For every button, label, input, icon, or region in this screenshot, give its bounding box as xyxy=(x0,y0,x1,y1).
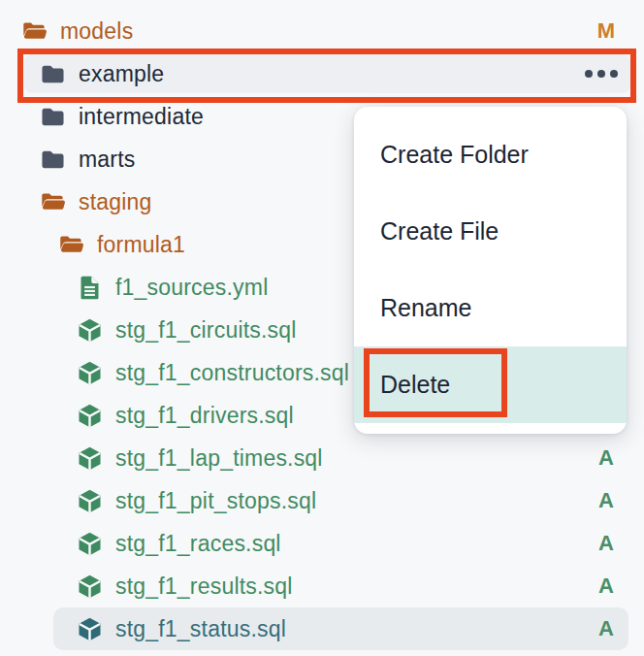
cube-icon xyxy=(77,403,103,429)
file-doc-icon xyxy=(77,275,103,301)
git-status-badge: M xyxy=(593,18,620,44)
menu-item-label: Create File xyxy=(380,217,499,246)
menu-item-create-file[interactable]: Create File xyxy=(354,193,627,270)
menu-item-delete[interactable]: Delete xyxy=(354,346,627,423)
context-menu: Create Folder Create File Rename Delete xyxy=(354,107,627,434)
tree-item-label: stg_f1_circuits.sql xyxy=(115,317,297,344)
cube-icon xyxy=(77,616,103,642)
tree-item-label: staging xyxy=(79,189,152,215)
tree-item-label: stg_f1_results.sql xyxy=(115,574,293,600)
tree-item-label: stg_f1_constructors.sql xyxy=(115,360,349,386)
cube-icon xyxy=(77,445,103,472)
folder-open-icon xyxy=(40,189,66,215)
cube-icon xyxy=(77,574,103,600)
git-status-badge: A xyxy=(593,531,620,556)
tree-row[interactable]: stg_f1_results.sqlA xyxy=(0,565,644,607)
git-status-badge: A xyxy=(593,445,620,471)
folder-closed-icon xyxy=(40,61,66,87)
tree-row[interactable]: stg_f1_pit_stops.sqlA xyxy=(0,479,644,522)
menu-item-rename[interactable]: Rename xyxy=(354,270,627,346)
tree-item-label: stg_f1_races.sql xyxy=(115,531,281,557)
tree-row[interactable]: example xyxy=(0,52,644,95)
menu-item-label: Delete xyxy=(380,371,450,399)
tree-item-label: stg_f1_pit_stops.sql xyxy=(115,488,316,514)
git-status-badge: A xyxy=(593,488,620,513)
cube-icon xyxy=(77,317,103,344)
tree-row[interactable]: stg_f1_races.sqlA xyxy=(0,522,644,565)
folder-closed-icon xyxy=(40,104,66,130)
tree-item-label: stg_f1_status.sql xyxy=(115,616,286,642)
tree-item-label: intermediate xyxy=(79,104,204,130)
tree-row[interactable]: stg_f1_status.sqlA xyxy=(0,607,644,650)
folder-open-icon xyxy=(58,232,84,258)
tree-item-label: stg_f1_drivers.sql xyxy=(115,403,294,429)
tree-row[interactable]: modelsM xyxy=(0,10,644,52)
cube-icon xyxy=(77,488,103,514)
tree-item-label: models xyxy=(60,18,133,45)
ellipsis-menu-icon[interactable] xyxy=(585,70,618,78)
folder-closed-icon xyxy=(40,147,66,173)
tree-item-label: formula1 xyxy=(97,232,185,258)
folder-open-icon xyxy=(21,18,48,45)
tree-item-label: marts xyxy=(79,147,136,173)
tree-item-label: f1_sources.yml xyxy=(115,275,268,301)
git-status-badge: A xyxy=(593,574,620,599)
tree-row[interactable]: stg_f1_lap_times.sqlA xyxy=(0,437,644,479)
tree-item-label: example xyxy=(79,61,164,87)
menu-item-label: Rename xyxy=(380,294,472,322)
cube-icon xyxy=(77,531,103,557)
menu-item-create-folder[interactable]: Create Folder xyxy=(354,116,627,193)
tree-item-label: stg_f1_lap_times.sql xyxy=(115,445,323,472)
git-status-badge: A xyxy=(593,616,620,641)
menu-item-label: Create Folder xyxy=(380,141,529,169)
cube-icon xyxy=(77,360,103,386)
file-tree-panel: modelsMexampleintermediatemartsstagingfo… xyxy=(0,0,644,656)
